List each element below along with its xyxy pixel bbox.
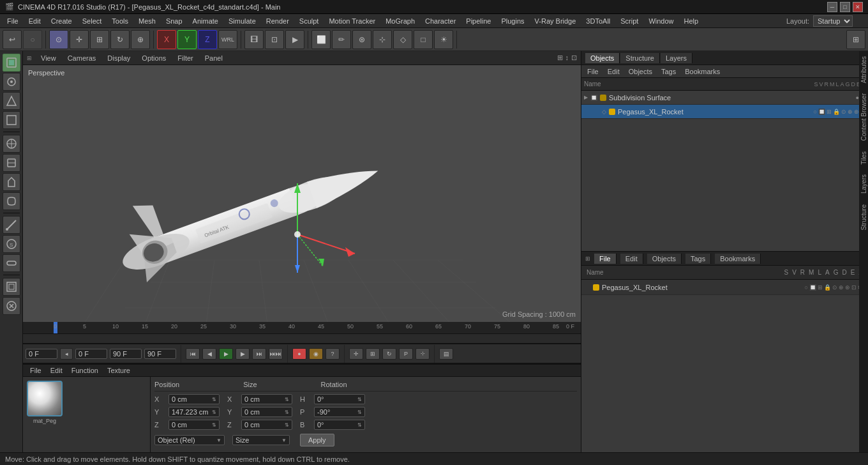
rot-h-field[interactable]: 0° ⇅	[314, 394, 365, 404]
render-view-button[interactable]: 🎞	[244, 30, 264, 49]
tool-8[interactable]	[3, 278, 20, 296]
material-item-1[interactable]: mat_Peg	[27, 381, 63, 424]
step-forward-button[interactable]: ▶	[236, 348, 250, 360]
vtab-layers[interactable]: Layers	[859, 169, 868, 199]
layout-select[interactable]: Startup	[813, 15, 853, 27]
menu-vray[interactable]: V-Ray Bridge	[530, 16, 581, 26]
menu-render[interactable]: Render	[262, 16, 294, 26]
render-anim-button[interactable]: ▶	[285, 30, 304, 49]
model-mode-sidebar[interactable]	[3, 54, 20, 72]
mode-arrow[interactable]: ▼	[216, 438, 221, 443]
pen-button[interactable]: ✏	[332, 30, 351, 49]
object-mode-field[interactable]: Object (Rel) ▼	[154, 435, 225, 445]
record-all-button[interactable]: ◉	[309, 348, 323, 360]
tool-3[interactable]	[3, 173, 20, 191]
materials-menu-create[interactable]: File	[27, 366, 45, 375]
ri-3[interactable]: ⊞	[818, 284, 823, 291]
menu-help[interactable]: Help	[680, 16, 703, 26]
pos-x-arrow[interactable]: ⇅	[212, 397, 216, 402]
rocket-icon-2[interactable]: 🔲	[818, 109, 825, 115]
x-axis-button[interactable]: X	[157, 30, 176, 49]
tool-2[interactable]	[3, 154, 20, 172]
timeline-ruler[interactable]: 0 5 10 15 20 25 30 35 40 45 50 55	[23, 322, 581, 333]
menu-window[interactable]: Window	[644, 16, 678, 26]
points-mode-sidebar[interactable]	[3, 73, 20, 91]
obj-menu-file[interactable]: File	[584, 67, 602, 76]
ri-6[interactable]: ⊕	[839, 284, 844, 291]
go-to-end-button[interactable]: ⏭	[252, 348, 266, 360]
attrib-tab-objects[interactable]: Objects	[647, 254, 682, 264]
vtab-content-browser[interactable]: Content Browser	[859, 88, 868, 146]
attrib-tab-edit[interactable]: Edit	[620, 254, 643, 264]
vp-icon-1[interactable]: ⊞	[557, 54, 563, 62]
objects-list[interactable]: ▶ 🔲 Subdivision Surface ● ✓ ▶ ◇	[581, 91, 868, 251]
rocket-icon-1[interactable]: ○	[814, 109, 817, 115]
camera-button[interactable]: □	[414, 30, 433, 49]
move-tool-button[interactable]: ✛	[70, 30, 89, 49]
pos-z-arrow[interactable]: ⇅	[212, 422, 216, 428]
apply-button[interactable]: Apply	[300, 434, 334, 446]
size-z-arrow[interactable]: ⇅	[285, 422, 289, 428]
attrib-tab-bookmarks[interactable]: Bookmarks	[715, 254, 761, 264]
minimize-button[interactable]: ─	[827, 2, 837, 12]
menu-mesh[interactable]: Mesh	[134, 16, 160, 26]
vp-icon-3[interactable]: ⊡	[571, 54, 577, 62]
subdiv-button[interactable]: ⊛	[352, 30, 371, 49]
size-mode-field[interactable]: Size ▼	[232, 435, 290, 445]
loop-button[interactable]: ⏭⏭	[269, 348, 283, 360]
rocket-icon-6[interactable]: ⊕	[848, 109, 853, 115]
frame-step-down[interactable]: ◂	[60, 348, 73, 360]
size-z-field[interactable]: 0 cm ⇅	[241, 420, 292, 430]
tool-1[interactable]	[3, 135, 20, 153]
rotate-tool-button[interactable]: ↻	[110, 30, 130, 49]
obj-menu-edit[interactable]: Edit	[604, 67, 623, 76]
menu-character[interactable]: Character	[421, 16, 460, 26]
ri-7[interactable]: ⊛	[845, 284, 850, 291]
attrib-rocket-row[interactable]: ▶ Pegasus_XL_Rocket ○ 🔲 ⊞ 🔒 ⊙ ⊕ ⊛ ⊡ ✱	[581, 280, 868, 295]
obj-menu-bookmarks[interactable]: Bookmarks	[682, 67, 723, 76]
ri-2[interactable]: 🔲	[809, 284, 816, 291]
key-move-button[interactable]: ✛	[349, 348, 363, 360]
tab-structure[interactable]: Structure	[620, 53, 660, 63]
viewport-3d[interactable]: Perspective Grid Spacing : 1000 cm	[23, 65, 581, 322]
mograph-button[interactable]: ⊹	[373, 30, 392, 49]
pos-z-field[interactable]: 0 cm ⇅	[168, 420, 220, 430]
rocket-icon-5[interactable]: ⊙	[841, 109, 846, 115]
start-frame-field[interactable]: 0 F	[26, 349, 57, 359]
ri-1[interactable]: ○	[805, 284, 808, 291]
light-button[interactable]: ☀	[434, 30, 453, 49]
materials-menu-edit[interactable]: Edit	[47, 366, 66, 375]
vtab-structure[interactable]: Structure	[859, 199, 868, 236]
materials-menu-texture[interactable]: Texture	[104, 366, 133, 375]
preview-end-field[interactable]: 90 F	[144, 349, 176, 359]
key-param-button[interactable]: P	[399, 348, 413, 360]
obj-row-rocket[interactable]: ▶ ◇ Pegasus_XL_Rocket ○ 🔲 ⊞ 🔒 ⊙ ⊕ ⊛	[581, 105, 868, 119]
end-frame-field[interactable]: 90 F	[110, 349, 142, 359]
key-all-button[interactable]: ⊹	[415, 348, 430, 360]
rot-p-arrow[interactable]: ⇅	[357, 409, 362, 415]
snap-button[interactable]: ⊞	[846, 30, 865, 49]
menu-simulate[interactable]: Simulate	[224, 16, 260, 26]
tab-layers[interactable]: Layers	[661, 53, 692, 63]
key-rotate-button[interactable]: ↻	[382, 348, 396, 360]
menu-edit[interactable]: Edit	[24, 16, 45, 26]
obj-menu-objects[interactable]: Objects	[625, 67, 655, 76]
obj-row-subdivision[interactable]: ▶ 🔲 Subdivision Surface ● ✓	[581, 91, 868, 105]
tool-7[interactable]	[3, 254, 20, 272]
deform-button[interactable]: ◇	[393, 30, 412, 49]
step-back-button[interactable]: ◀	[202, 348, 216, 360]
z-axis-button[interactable]: Z	[198, 30, 217, 49]
menu-mograph[interactable]: MoGraph	[381, 16, 419, 26]
menu-file[interactable]: File	[3, 16, 23, 26]
menu-pipeline[interactable]: Pipeline	[461, 16, 495, 26]
vtab-tiles[interactable]: Tiles	[859, 146, 868, 170]
tool-9[interactable]	[3, 297, 20, 315]
world-axis-button[interactable]: WRL	[218, 30, 237, 49]
rot-h-arrow[interactable]: ⇅	[357, 397, 362, 402]
viewport-menu-filter[interactable]: Filter	[175, 53, 195, 63]
viewport-menu-options[interactable]: Options	[139, 53, 168, 63]
menu-select[interactable]: Select	[78, 16, 107, 26]
auto-key-button[interactable]: ?	[326, 348, 340, 360]
menu-script[interactable]: Script	[616, 16, 643, 26]
record-button[interactable]: ●	[292, 348, 306, 360]
